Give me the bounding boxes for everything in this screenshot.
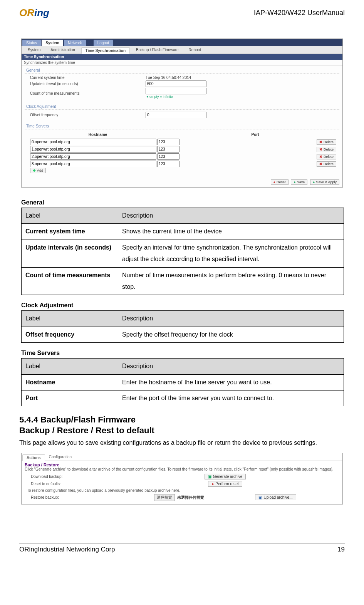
- table-timeservers: LabelDescription HostnameEnter the hostn…: [21, 358, 344, 406]
- upload-icon: ▣: [258, 495, 262, 499]
- input-hostname[interactable]: [30, 146, 156, 153]
- input-count-measurements[interactable]: [146, 88, 206, 94]
- hint-empty-infinite: empty = infinite: [146, 95, 173, 99]
- timeserver-row: ✖Delete: [25, 153, 339, 160]
- subtab-administration[interactable]: Administration: [47, 47, 79, 54]
- cell-label: Update intervals (in seconds): [22, 240, 118, 267]
- label-download-backup: Download backup:: [31, 474, 108, 479]
- subtab-system[interactable]: System: [24, 47, 44, 54]
- input-hostname[interactable]: [30, 153, 156, 160]
- table-general: LabelDescription Current system timeShow…: [21, 208, 344, 295]
- fieldset-clock: Clock Adjustment: [25, 104, 339, 110]
- body-text: This page allows you to save existing co…: [19, 437, 345, 449]
- backup-section-title: Backup / Restore: [22, 461, 342, 467]
- delete-icon: ✖: [319, 162, 322, 166]
- footer-company: ORingIndustrial Networking Corp: [19, 546, 115, 553]
- th-desc: Description: [118, 359, 344, 374]
- cell-desc: Specify the offset frequency for the clo…: [118, 327, 344, 342]
- input-port[interactable]: [157, 161, 179, 167]
- input-port[interactable]: [157, 146, 179, 153]
- input-port[interactable]: [157, 139, 179, 145]
- label-restore-backup: Restore backup:: [31, 495, 108, 499]
- restore-note: To restore configuration files, you can …: [22, 488, 342, 493]
- label-update-interval: Update interval (in seconds): [30, 82, 146, 86]
- delete-icon: ✖: [319, 147, 322, 151]
- delete-button[interactable]: ✖Delete: [317, 147, 336, 152]
- timeserver-row: ✖Delete: [25, 160, 339, 168]
- value-current-time: Tue Sep 16 04:50:44 2014: [146, 75, 191, 80]
- no-file-text: 未選擇任何檔案: [177, 495, 204, 500]
- tab-actions[interactable]: Actions: [22, 454, 45, 461]
- choose-file-button[interactable]: 選擇檔案: [154, 494, 175, 501]
- table-clock: LabelDescription Offset frequencySpecify…: [21, 310, 344, 343]
- add-icon: ✚: [33, 169, 36, 173]
- tab-network[interactable]: Network: [64, 40, 86, 46]
- backup-hint: Click "Generate archive" to download a t…: [22, 467, 342, 473]
- apply-icon: ●: [313, 180, 315, 184]
- time-sync-screenshot: Status System Network Logout System Admi…: [21, 39, 343, 188]
- timeserver-row: ✖Delete: [25, 146, 339, 153]
- archive-icon: ▣: [208, 474, 211, 479]
- col-port: Port: [171, 132, 339, 137]
- input-port[interactable]: [157, 153, 179, 160]
- timeserver-row: ✖Delete: [25, 138, 339, 146]
- th-desc: Description: [118, 311, 344, 327]
- subtab-reboot[interactable]: Reboot: [185, 47, 205, 54]
- th-desc: Description: [118, 208, 344, 224]
- fieldset-general: General: [25, 67, 339, 74]
- backup-screenshot: Actions Configuration Backup / Restore C…: [21, 453, 343, 504]
- save-button[interactable]: ●Save: [291, 179, 307, 185]
- upload-archive-button[interactable]: ▣Upload archive...: [255, 494, 296, 500]
- tab-configuration[interactable]: Configuration: [45, 454, 75, 461]
- footer-page: 19: [337, 546, 345, 553]
- cell-desc: Enter the hostname of the time server yo…: [118, 374, 344, 390]
- reset-button[interactable]: ●Reset: [271, 179, 289, 185]
- th-label: Label: [22, 208, 118, 224]
- delete-button[interactable]: ✖Delete: [317, 161, 336, 167]
- cell-label: Offset frequency: [22, 327, 118, 342]
- reset-icon: ●: [273, 180, 275, 184]
- input-offset-freq[interactable]: [146, 112, 206, 118]
- panel-title: Time Synchronisation: [22, 54, 342, 60]
- brand-logo: ORing: [19, 7, 49, 19]
- panel-subtitle: Synchronizes the system time: [22, 60, 342, 66]
- save-apply-button[interactable]: ●Save & Apply: [310, 179, 339, 185]
- cell-desc: Shows the current time of the device: [118, 224, 344, 240]
- input-hostname[interactable]: [30, 139, 156, 145]
- input-update-interval[interactable]: [146, 80, 206, 87]
- section-general-title: General: [21, 199, 345, 206]
- cell-label: Count of time measurements: [22, 267, 118, 295]
- delete-button[interactable]: ✖Delete: [317, 139, 336, 145]
- add-button[interactable]: ✚Add: [30, 168, 46, 173]
- cell-desc: Enter the port of the time server you wa…: [118, 390, 344, 406]
- th-label: Label: [22, 311, 118, 327]
- header-rule: [19, 23, 345, 23]
- cell-label: Port: [22, 390, 118, 406]
- label-reset-defaults: Reset to defaults:: [31, 482, 108, 486]
- delete-icon: ✖: [319, 155, 322, 159]
- save-icon: ●: [294, 180, 295, 184]
- tab-status[interactable]: Status: [22, 40, 41, 46]
- reset-icon: ●: [211, 482, 214, 486]
- cell-label: Current system time: [22, 224, 118, 240]
- heading-backup-restore: Backup / Restore / Rest to default: [19, 426, 345, 436]
- input-hostname[interactable]: [30, 161, 156, 167]
- fieldset-timeservers: Time Servers: [25, 123, 339, 129]
- subtab-backup[interactable]: Backup / Flash Firmware: [132, 47, 183, 54]
- section-timeservers-title: Time Servers: [21, 350, 345, 357]
- subtab-timesync[interactable]: Time Synchronisation: [81, 47, 130, 54]
- generate-archive-button[interactable]: ▣Generate archive: [205, 474, 246, 479]
- cell-desc: Number of time measurements to perform b…: [118, 267, 344, 295]
- cell-label: Hostname: [22, 374, 118, 390]
- perform-reset-button[interactable]: ●Perform reset: [208, 481, 242, 487]
- cell-desc: Specify an interval for time synchroniza…: [118, 240, 344, 267]
- delete-button[interactable]: ✖Delete: [317, 154, 336, 159]
- th-label: Label: [22, 359, 118, 374]
- col-hostname: Hostname: [25, 132, 171, 137]
- label-offset-freq: Offset frequency: [30, 113, 146, 117]
- label-count-measurements: Count of time measurements: [30, 91, 146, 96]
- delete-icon: ✖: [319, 140, 322, 144]
- tab-logout[interactable]: Logout: [94, 40, 113, 46]
- tab-system[interactable]: System: [42, 40, 63, 46]
- heading-544: 5.4.4 Backup/Flash Firmware: [19, 415, 345, 425]
